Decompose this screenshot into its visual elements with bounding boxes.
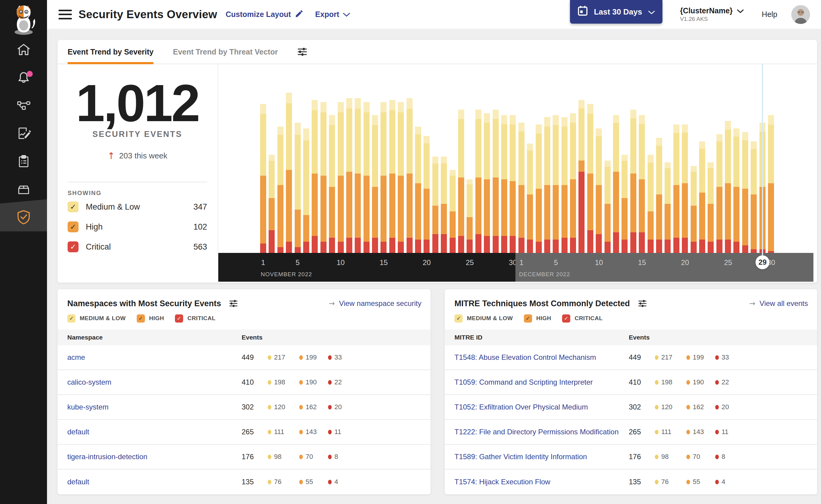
stacked-bar-nov-22[interactable] — [441, 157, 447, 253]
stacked-bar-nov-8[interactable] — [321, 102, 327, 253]
stacked-bar-nov-16[interactable] — [389, 100, 395, 253]
stacked-bar-dec-1[interactable] — [518, 123, 524, 253]
sidebar-item-service-graph[interactable] — [0, 92, 47, 120]
stacked-bar-nov-14[interactable] — [372, 115, 378, 253]
stacked-bar-dec-11[interactable] — [604, 161, 610, 253]
mitre-technique-link[interactable]: T1059: Command and Scripting Interpreter — [454, 378, 593, 386]
namespaces-filter-high[interactable]: ✓HIGH — [137, 314, 164, 323]
sidebar-item-policies[interactable] — [0, 120, 47, 148]
sidebar-item-home[interactable] — [0, 36, 47, 64]
stacked-bar-nov-29[interactable] — [501, 115, 507, 253]
stacked-bar-dec-4[interactable] — [544, 117, 550, 253]
stacked-bar-dec-19[interactable] — [673, 124, 680, 253]
tab-event-trend-by-severity[interactable]: Event Trend by Severity — [68, 40, 153, 64]
view-all-events-link[interactable]: → View all events — [749, 299, 808, 308]
stacked-bar-nov-17[interactable] — [398, 102, 404, 253]
stacked-bar-nov-4[interactable] — [286, 93, 292, 253]
stacked-bar-dec-10[interactable] — [596, 128, 602, 253]
stacked-bar-nov-3[interactable] — [278, 127, 284, 253]
stacked-bar-dec-14[interactable] — [630, 110, 637, 253]
stacked-bar-dec-30[interactable] — [768, 115, 774, 253]
stacked-bar-dec-16[interactable] — [648, 155, 654, 253]
mitre-filter-medium[interactable]: ✓MEDIUM & LOW — [454, 314, 513, 323]
checkbox-critical[interactable]: ✓ — [175, 314, 183, 323]
stacked-bar-nov-27[interactable] — [484, 113, 490, 253]
stacked-bar-dec-28[interactable] — [751, 141, 757, 253]
stacked-bar-nov-5[interactable] — [295, 123, 301, 253]
stacked-bar-dec-26[interactable] — [733, 128, 740, 253]
mitre-settings-icon[interactable] — [638, 299, 647, 308]
stacked-bar-dec-8[interactable] — [578, 100, 584, 253]
tab-event-trend-by-threat-vector[interactable]: Event Trend by Threat Vector — [173, 40, 278, 64]
mitre-filter-critical[interactable]: ✓CRITICAL — [562, 314, 603, 323]
stacked-bar-dec-3[interactable] — [536, 124, 542, 253]
mitre-technique-link[interactable]: T1574: Hijack Execution Flow — [454, 478, 550, 486]
stacked-bar-dec-27[interactable] — [742, 132, 748, 253]
stacked-bar-dec-24[interactable] — [716, 134, 723, 253]
user-avatar[interactable] — [791, 5, 810, 24]
stacked-bar-nov-12[interactable] — [355, 98, 361, 253]
stacked-bar-nov-9[interactable] — [329, 115, 335, 253]
namespace-link[interactable]: calico-system — [67, 378, 111, 386]
stacked-bar-dec-9[interactable] — [587, 104, 593, 253]
stacked-bar-dec-23[interactable] — [708, 162, 714, 253]
stacked-bar-dec-2[interactable] — [527, 144, 533, 253]
mitre-technique-link[interactable]: T1548: Abuse Elevation Control Mechanism — [454, 353, 596, 361]
stacked-bar-dec-12[interactable] — [613, 115, 619, 253]
stacked-bar-dec-15[interactable] — [639, 115, 645, 253]
checkbox-medium[interactable]: ✓ — [68, 201, 78, 212]
stacked-bar-nov-11[interactable] — [346, 98, 352, 253]
namespace-link[interactable]: default — [67, 478, 89, 486]
stacked-bar-nov-15[interactable] — [381, 102, 387, 253]
mitre-filter-high[interactable]: ✓HIGH — [524, 314, 551, 323]
checkbox-high[interactable]: ✓ — [68, 221, 78, 232]
stacked-bar-dec-22[interactable] — [699, 141, 705, 253]
stacked-bar-dec-13[interactable] — [622, 155, 628, 253]
stacked-bar-nov-6[interactable] — [303, 128, 309, 253]
stacked-bar-nov-24[interactable] — [458, 110, 464, 253]
stacked-bar-nov-1[interactable] — [260, 104, 266, 253]
help-link[interactable]: Help — [762, 10, 777, 19]
hamburger-menu-icon[interactable] — [58, 10, 72, 19]
customize-layout-button[interactable]: Customize Layout — [226, 9, 304, 20]
namespace-link[interactable]: tigera-intrusion-detection — [67, 453, 147, 461]
export-button[interactable]: Export — [315, 10, 350, 19]
stacked-bar-nov-18[interactable] — [407, 98, 413, 253]
stacked-bar-dec-6[interactable] — [561, 117, 567, 253]
stacked-bar-dec-18[interactable] — [665, 162, 671, 253]
view-namespace-security-link[interactable]: → View namespace security — [329, 299, 421, 308]
sidebar-item-security-events[interactable] — [0, 204, 47, 231]
namespace-link[interactable]: acme — [67, 353, 85, 361]
checkbox-critical[interactable]: ✓ — [562, 314, 570, 323]
stacked-bar-dec-5[interactable] — [553, 115, 559, 253]
stacked-bar-nov-30[interactable] — [510, 115, 516, 253]
chart-settings-icon[interactable] — [297, 47, 308, 57]
stacked-bar-nov-2[interactable] — [269, 155, 275, 253]
stacked-bar-dec-7[interactable] — [570, 113, 576, 253]
namespaces-filter-critical[interactable]: ✓CRITICAL — [175, 314, 216, 323]
stacked-bar-dec-17[interactable] — [656, 138, 662, 253]
sidebar-item-compliance[interactable] — [0, 148, 47, 176]
stacked-bar-nov-20[interactable] — [424, 136, 430, 253]
stacked-bar-nov-23[interactable] — [450, 170, 456, 253]
namespace-link[interactable]: kube-system — [67, 403, 108, 411]
stacked-bar-nov-28[interactable] — [493, 110, 499, 253]
mitre-technique-link[interactable]: T1222: File and Directory Permissions Mo… — [454, 428, 619, 436]
chart-x-axis[interactable]: 151015202530NOVEMBER 2022151015202530DEC… — [218, 253, 813, 282]
namespace-link[interactable]: default — [67, 428, 89, 436]
cluster-name-dropdown[interactable]: {ClusterName} — [680, 6, 744, 15]
checkbox-high[interactable]: ✓ — [137, 314, 145, 323]
date-range-button[interactable]: Last 30 Days — [570, 0, 663, 24]
namespaces-filter-medium[interactable]: ✓MEDIUM & LOW — [67, 314, 126, 323]
checkbox-high[interactable]: ✓ — [524, 314, 532, 323]
namespaces-settings-icon[interactable] — [229, 299, 238, 308]
mitre-technique-link[interactable]: T1589: Gather Victim Identity Informatio… — [454, 453, 587, 461]
checkbox-medium[interactable]: ✓ — [67, 314, 75, 323]
stacked-bar-dec-20[interactable] — [682, 124, 688, 253]
selected-day-badge[interactable]: 29 — [756, 255, 770, 269]
stacked-bar-nov-19[interactable] — [415, 127, 421, 253]
stacked-bar-nov-21[interactable] — [432, 157, 438, 253]
sidebar-item-alerts[interactable] — [0, 64, 47, 92]
stacked-bar-nov-13[interactable] — [364, 102, 370, 253]
calico-cat-logo[interactable] — [0, 0, 47, 36]
